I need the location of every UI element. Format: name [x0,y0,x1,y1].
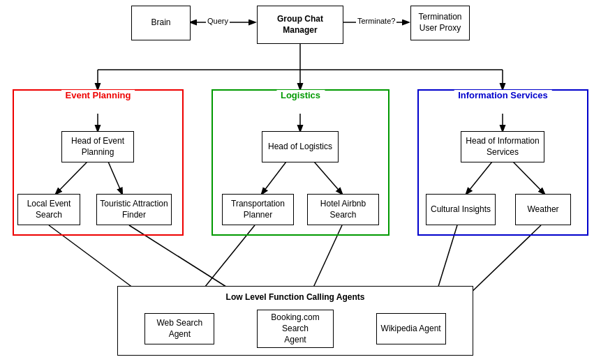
booking-search-agent-node: Booking.com SearchAgent [257,310,334,348]
cultural-insights-node: Cultural Insights [426,194,496,225]
touristic-attraction-finder-node: Touristic AttractionFinder [96,194,172,225]
wikipedia-agent-node: Wikipedia Agent [376,313,446,344]
query-label: Query [206,17,230,25]
local-event-search-node: Local EventSearch [17,194,80,225]
head-information-services-node: Head of InformationServices [461,131,544,162]
web-search-agent-node: Web Search Agent [144,313,214,344]
weather-node: Weather [515,194,571,225]
hotel-airbnb-search-node: Hotel AirbnbSearch [307,194,379,225]
low-level-group-node: Low Level Function Calling Agents Web Se… [117,286,473,356]
information-services-label: Information Services [454,90,552,100]
logistics-label: Logistics [276,90,325,100]
head-logistics-node: Head of Logistics [262,131,339,162]
terminate-label: Terminate? [356,17,396,25]
termination-user-proxy-node: TerminationUser Proxy [410,6,470,40]
transportation-planner-node: TransportationPlanner [222,194,294,225]
brain-node: Brain [131,6,191,40]
group-chat-manager-node: Group ChatManager [257,6,343,44]
event-planning-label: Event Planning [61,90,135,100]
head-event-planning-node: Head of EventPlanning [61,131,134,162]
diagram: Query Terminate? Brain Group ChatManager… [0,0,601,364]
low-level-label: Low Level Function Calling Agents [124,292,467,303]
